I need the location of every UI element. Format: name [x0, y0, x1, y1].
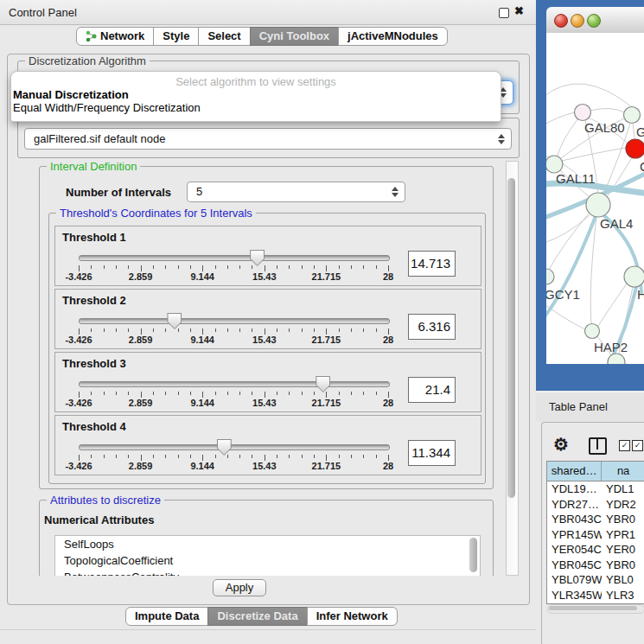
- table-header-row[interactable]: shared…na: [547, 462, 644, 481]
- table-row[interactable]: YBR045CYBR0: [547, 558, 644, 573]
- table-hscrollbar[interactable]: [547, 604, 644, 614]
- slider-thumb[interactable]: [167, 313, 182, 329]
- slider-track[interactable]: [79, 444, 390, 450]
- network-edge: [546, 112, 575, 126]
- tab-network[interactable]: Network: [76, 27, 154, 46]
- tab-jactivemnodules[interactable]: jActiveMNodules: [338, 27, 448, 46]
- node-attribute-table[interactable]: shared…na YDL19…YDL1YDR27…YDR2YBR043CYBR…: [546, 461, 644, 604]
- zoom-traffic-light-icon[interactable]: [587, 14, 601, 28]
- tab-select[interactable]: Select: [198, 27, 250, 46]
- thresholds-group-title: Threshold's Coordinates for 5 Intervals: [56, 207, 256, 220]
- num-intervals-combobox[interactable]: 5: [187, 182, 405, 202]
- table-cell[interactable]: YER0: [602, 542, 644, 558]
- table-row[interactable]: YBR043CYBR0: [547, 512, 644, 527]
- network-edge: [590, 217, 596, 324]
- table-cell[interactable]: YBL0: [602, 572, 644, 588]
- checkbox-icon[interactable]: ✓: [632, 440, 643, 451]
- settings-scrollbar[interactable]: [506, 161, 519, 576]
- tab-label: Infer Network: [316, 609, 388, 622]
- checkbox-icon[interactable]: ✓: [619, 440, 630, 451]
- table-cell[interactable]: YBR045C: [547, 558, 602, 573]
- tab-impute-data[interactable]: Impute Data: [125, 607, 208, 626]
- table-cell[interactable]: YER054C: [547, 542, 602, 558]
- column-header[interactable]: shared…: [547, 462, 602, 481]
- thresholds-group: Threshold's Coordinates for 5 Intervals …: [48, 213, 486, 484]
- threshold-value-field[interactable]: 11.344: [408, 440, 456, 466]
- threshold-value-field[interactable]: 6.316: [408, 314, 456, 340]
- table-cell[interactable]: YLR3: [602, 588, 644, 603]
- tab-discretize-data[interactable]: Discretize Data: [207, 607, 307, 626]
- table-cell[interactable]: YPR145W: [547, 527, 602, 543]
- attribute-item-topologicalcoefficient[interactable]: TopologicalCoefficient: [55, 552, 480, 569]
- num-intervals-label: Number of Intervals: [66, 186, 171, 199]
- minimize-traffic-light-icon[interactable]: [571, 14, 584, 28]
- network-node-gal80[interactable]: [575, 105, 591, 121]
- table-cell[interactable]: YDR27…: [547, 497, 602, 513]
- table-cell[interactable]: YDL1: [602, 481, 644, 497]
- algorithm-option-manual-discretization[interactable]: Manual Discretization: [11, 88, 501, 101]
- network-node-gcy1[interactable]: [546, 269, 554, 284]
- threshold-label: Threshold 2: [62, 294, 126, 307]
- gear-icon[interactable]: ⚙: [553, 434, 569, 455]
- table-row[interactable]: YBL079WYBL0: [547, 572, 644, 588]
- network-canvas[interactable]: GAL80GACGAL11GAL4GCY1HHAP2: [546, 33, 644, 364]
- network-edge: [546, 84, 632, 107]
- slider-thumb[interactable]: [250, 250, 265, 266]
- network-edge: [590, 108, 624, 112]
- slider-thumb[interactable]: [217, 439, 232, 456]
- settings-scrollbar-thumb[interactable]: [507, 178, 515, 498]
- attr-list-scrollbar[interactable]: [469, 538, 478, 574]
- network-node-gal11[interactable]: [546, 156, 563, 173]
- table-panel-title: Table Panel: [549, 400, 608, 413]
- table-cell[interactable]: YBR0: [602, 558, 644, 573]
- float-window-icon[interactable]: [499, 8, 509, 18]
- network-node-hap2[interactable]: [585, 324, 600, 339]
- slider-track[interactable]: [79, 381, 390, 387]
- table-cell[interactable]: YBL079W: [547, 572, 602, 588]
- table-cell[interactable]: YBR043C: [547, 512, 602, 527]
- slider-tick-labels: -3.4262.8599.14415.4321.71528: [79, 271, 388, 282]
- attribute-item-selfloops[interactable]: SelfLoops: [55, 536, 480, 552]
- network-node-node[interactable]: [608, 354, 625, 364]
- table-row[interactable]: YDR27…YDR2: [547, 497, 644, 513]
- close-icon[interactable]: ✖: [514, 4, 524, 17]
- table-row[interactable]: YLR345WYLR3: [547, 588, 644, 603]
- close-traffic-light-icon[interactable]: [554, 14, 568, 28]
- table-cell[interactable]: YBR0: [602, 512, 644, 527]
- threshold-value-field[interactable]: 14.713: [408, 251, 456, 277]
- slider-thumb[interactable]: [316, 376, 330, 392]
- network-node-c[interactable]: [626, 139, 644, 158]
- network-edge: [598, 284, 627, 326]
- table-row[interactable]: YDL19…YDL1: [547, 481, 644, 497]
- table-cell[interactable]: YDL19…: [547, 481, 602, 497]
- network-window-titlebar[interactable]: [546, 7, 644, 34]
- table-row[interactable]: YER054CYER0: [547, 542, 644, 558]
- algorithm-option-equal-width-frequency-discretization[interactable]: Equal Width/Frequency Discretization: [11, 101, 501, 114]
- apply-button[interactable]: Apply: [213, 579, 266, 596]
- top-tab-bar: NetworkStyleSelectCyni ToolboxjActiveMNo…: [76, 27, 448, 46]
- threshold-value-field[interactable]: 21.4: [408, 377, 456, 403]
- tab-label: Impute Data: [135, 609, 199, 622]
- network-node-h[interactable]: [624, 266, 644, 287]
- network-node-gal4[interactable]: [586, 193, 610, 217]
- table-cell[interactable]: YPR1: [602, 527, 644, 543]
- attribute-item-betweennesscentrality[interactable]: BetweennessCentrality: [55, 569, 480, 576]
- network-node-ga[interactable]: [624, 107, 641, 124]
- table-row[interactable]: YPR145WYPR1: [547, 527, 644, 543]
- interval-definition-group: Interval Definition Number of Intervals …: [39, 166, 494, 489]
- table-cell[interactable]: YDR2: [602, 497, 644, 513]
- split-view-icon[interactable]: [589, 437, 607, 455]
- table-cell[interactable]: YLR345W: [547, 588, 602, 603]
- column-header[interactable]: na: [602, 462, 644, 481]
- table-data-combobox[interactable]: galFiltered.sif default node: [24, 128, 512, 150]
- tab-cyni-toolbox[interactable]: Cyni Toolbox: [250, 27, 339, 46]
- node-label-gcy1: GCY1: [546, 287, 580, 302]
- slider-tick-labels: -3.4262.8599.14415.4321.71528: [79, 335, 388, 345]
- table-hscrollbar-thumb[interactable]: [549, 606, 637, 610]
- slider-track[interactable]: [79, 318, 390, 324]
- numerical-attributes-list[interactable]: SelfLoopsTopologicalCoefficientBetweenne…: [54, 535, 481, 576]
- slider-track[interactable]: [79, 255, 390, 261]
- tab-infer-network[interactable]: Infer Network: [307, 607, 398, 626]
- tab-style[interactable]: Style: [153, 27, 199, 46]
- settings-scroll-area: Interval Definition Number of Intervals …: [14, 159, 503, 576]
